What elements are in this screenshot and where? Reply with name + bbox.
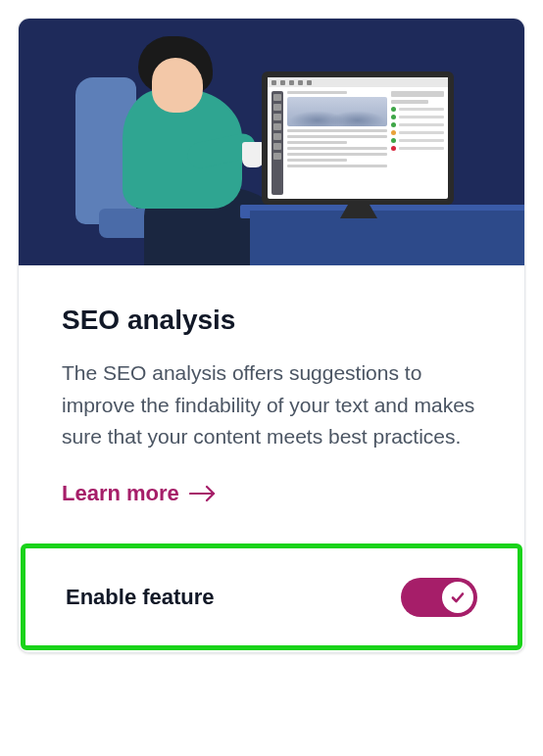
card-body: SEO analysis The SEO analysis offers sug…	[19, 265, 524, 542]
illustration-cup	[242, 142, 264, 167]
illustration-screen-topbar	[268, 77, 448, 87]
card-footer-highlighted: Enable feature	[23, 545, 520, 648]
arrow-right-icon	[189, 485, 217, 502]
feature-card: Yoast SEO Premium Readability SEO analys…	[18, 18, 525, 653]
card-illustration: Yoast SEO Premium Readability	[19, 19, 524, 265]
card-title: SEO analysis	[62, 305, 481, 336]
enable-feature-label: Enable feature	[66, 585, 215, 610]
illustration-screen-panel: Yoast SEO Premium Readability	[391, 91, 444, 195]
learn-more-link[interactable]: Learn more	[62, 481, 217, 506]
illustration-monitor: Yoast SEO Premium Readability	[262, 71, 454, 205]
illustration-panel-title: Yoast SEO Premium	[391, 91, 444, 97]
learn-more-label: Learn more	[62, 481, 179, 506]
enable-feature-toggle[interactable]	[401, 578, 477, 617]
illustration-person-head	[152, 58, 203, 113]
toggle-knob	[442, 582, 473, 613]
illustration-desk	[250, 211, 524, 265]
illustration-panel-subtitle: Readability	[391, 100, 428, 104]
check-icon	[450, 590, 466, 605]
illustration-screen-sidebar	[272, 91, 283, 195]
illustration-screen: Yoast SEO Premium Readability	[268, 77, 448, 199]
illustration-screen-main	[287, 91, 387, 195]
card-description: The SEO analysis offers suggestions to i…	[62, 357, 481, 453]
